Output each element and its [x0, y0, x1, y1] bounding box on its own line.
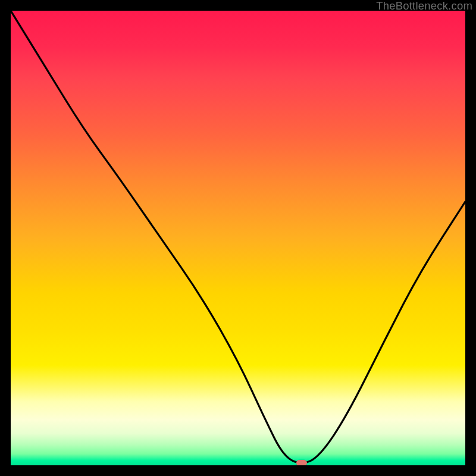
bottleneck-curve [11, 11, 465, 465]
chart-stage: TheBottleneck.com [0, 0, 476, 476]
optimal-marker-icon [296, 460, 307, 465]
plot-area [11, 11, 465, 465]
